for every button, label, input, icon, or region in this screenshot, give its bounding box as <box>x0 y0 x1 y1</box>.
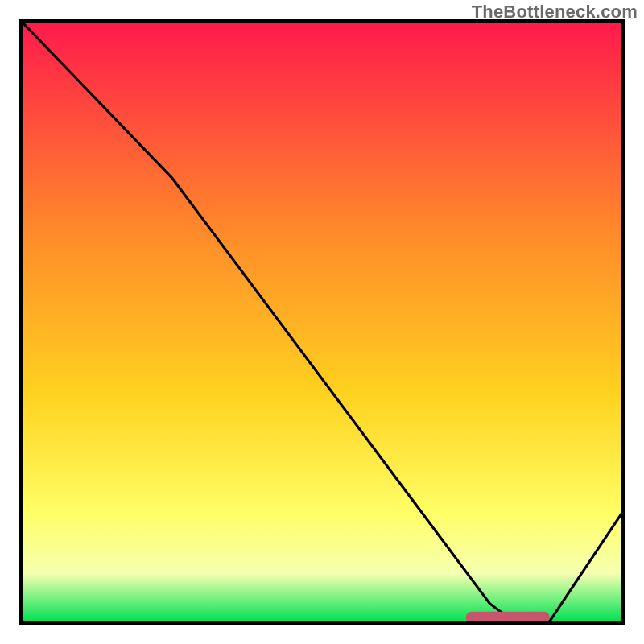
chart-canvas: TheBottleneck.com <box>0 0 644 644</box>
watermark-text: TheBottleneck.com <box>472 2 638 23</box>
plot-background <box>23 23 621 621</box>
chart-svg <box>0 0 644 644</box>
